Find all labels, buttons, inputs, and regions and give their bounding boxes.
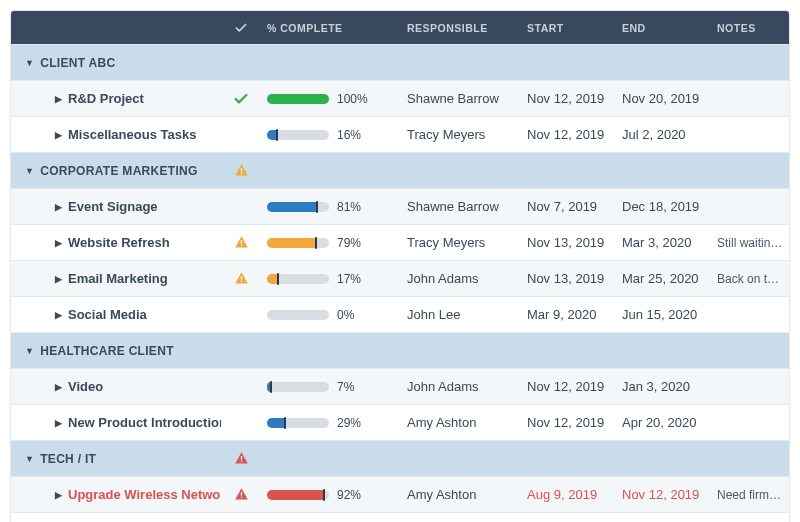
svg-rect-9 — [240, 497, 241, 498]
task-row[interactable]: ▶New Product Introduction29%Amy AshtonNo… — [11, 405, 789, 441]
task-progress: 0% — [261, 308, 401, 322]
task-notes: Still waiting on client — [711, 236, 789, 250]
task-label: New Product Introduction — [68, 415, 221, 430]
group-name: ▼CORPORATE MARKETING — [11, 164, 221, 178]
warning-icon — [234, 163, 249, 178]
group-row[interactable]: ▼CORPORATE MARKETING — [11, 153, 789, 189]
task-row[interactable]: ▶Miscellaneous Tasks16%Tracy MeyersNov 1… — [11, 117, 789, 153]
task-row[interactable]: ▶Social Media0%John LeeMar 9, 2020Jun 15… — [11, 297, 789, 333]
caret-down-icon: ▼ — [25, 346, 34, 356]
task-responsible: John Adams — [401, 379, 521, 394]
caret-right-icon: ▶ — [55, 418, 62, 428]
task-pct: 100% — [337, 92, 368, 106]
task-name: ▶R&D Project — [11, 91, 221, 106]
caret-down-icon: ▼ — [25, 166, 34, 176]
progress-bar — [267, 490, 329, 500]
caret-down-icon: ▼ — [25, 58, 34, 68]
progress-bar — [267, 418, 329, 428]
caret-right-icon: ▶ — [55, 490, 62, 500]
task-start: Nov 13, 2019 — [521, 235, 616, 250]
warning-icon — [234, 451, 249, 466]
task-label: Event Signage — [68, 199, 158, 214]
task-label: Upgrade Wireless Network — [68, 487, 221, 502]
task-progress: 29% — [261, 416, 401, 430]
task-end: Jul 2, 2020 — [616, 127, 711, 142]
group-row[interactable]: ▼TECH / IT — [11, 441, 789, 477]
task-row[interactable]: ▶Email Marketing17%John AdamsNov 13, 201… — [11, 261, 789, 297]
task-pct: 81% — [337, 200, 361, 214]
progress-bar — [267, 310, 329, 320]
task-pct: 0% — [337, 308, 354, 322]
task-row[interactable]: ▶Website Refresh79%Tracy MeyersNov 13, 2… — [11, 225, 789, 261]
caret-right-icon: ▶ — [55, 202, 62, 212]
svg-rect-8 — [240, 492, 241, 496]
task-responsible: Shawne Barrow — [401, 199, 521, 214]
progress-bar — [267, 94, 329, 104]
task-end: Apr 20, 2020 — [616, 415, 711, 430]
svg-rect-2 — [240, 240, 241, 244]
caret-right-icon: ▶ — [55, 382, 62, 392]
header-responsible: RESPONSIBLE — [401, 22, 521, 34]
header-notes: NOTES — [711, 22, 789, 34]
task-name: ▶Email Marketing — [11, 271, 221, 286]
svg-rect-4 — [240, 276, 241, 280]
task-start: Nov 12, 2019 — [521, 379, 616, 394]
task-progress: 16% — [261, 128, 401, 142]
task-notes: Back on track by Friday — [711, 272, 789, 286]
task-name: ▶Video — [11, 379, 221, 394]
table-header: % COMPLETE RESPONSIBLE START END NOTES — [11, 11, 789, 45]
progress-bar — [267, 274, 329, 284]
task-status — [221, 91, 261, 107]
task-progress: 81% — [261, 200, 401, 214]
task-pct: 7% — [337, 380, 354, 394]
task-pct: 29% — [337, 416, 361, 430]
task-progress: 92% — [261, 488, 401, 502]
task-progress: 100% — [261, 92, 401, 106]
check-icon — [234, 21, 248, 35]
warning-icon — [234, 487, 249, 502]
task-label: Social Media — [68, 307, 147, 322]
group-name: ▼TECH / IT — [11, 452, 221, 466]
group-name: ▼HEALTHCARE CLIENT — [11, 344, 221, 358]
task-end: Nov 20, 2019 — [616, 91, 711, 106]
progress-bar — [267, 238, 329, 248]
task-progress: 7% — [261, 380, 401, 394]
caret-right-icon: ▶ — [55, 94, 62, 104]
caret-right-icon: ▶ — [55, 238, 62, 248]
task-end: Dec 18, 2019 — [616, 199, 711, 214]
project-table: % COMPLETE RESPONSIBLE START END NOTES ▼… — [10, 10, 790, 522]
task-pct: 79% — [337, 236, 361, 250]
svg-rect-1 — [240, 173, 241, 174]
group-row[interactable]: ▼CLIENT ABC — [11, 45, 789, 81]
task-row[interactable]: ▶Event Signage81%Shawne BarrowNov 7, 201… — [11, 189, 789, 225]
task-row[interactable]: ▶R&D Project100%Shawne BarrowNov 12, 201… — [11, 81, 789, 117]
group-row[interactable]: ▼HEALTHCARE CLIENT — [11, 333, 789, 369]
caret-right-icon: ▶ — [55, 310, 62, 320]
task-name: ▶Website Refresh — [11, 235, 221, 250]
group-label: HEALTHCARE CLIENT — [40, 344, 174, 358]
task-row[interactable]: ▶System Migration75%Howard HollarJan 8, … — [11, 513, 789, 522]
progress-bar — [267, 130, 329, 140]
task-status — [221, 271, 261, 286]
task-end: Jan 3, 2020 — [616, 379, 711, 394]
task-name: ▶Upgrade Wireless Network — [11, 487, 221, 502]
task-name: ▶Social Media — [11, 307, 221, 322]
caret-down-icon: ▼ — [25, 454, 34, 464]
task-row[interactable]: ▶Video7%John AdamsNov 12, 2019Jan 3, 202… — [11, 369, 789, 405]
group-status — [221, 163, 261, 178]
warning-icon — [234, 235, 249, 250]
task-start: Nov 12, 2019 — [521, 91, 616, 106]
task-progress: 79% — [261, 236, 401, 250]
header-start: START — [521, 22, 616, 34]
task-responsible: John Lee — [401, 307, 521, 322]
task-label: R&D Project — [68, 91, 144, 106]
task-row[interactable]: ▶Upgrade Wireless Network92%Amy AshtonAu… — [11, 477, 789, 513]
task-status — [221, 487, 261, 502]
task-start: Nov 12, 2019 — [521, 415, 616, 430]
task-status — [221, 235, 261, 250]
task-responsible: Shawne Barrow — [401, 91, 521, 106]
group-name: ▼CLIENT ABC — [11, 56, 221, 70]
task-pct: 17% — [337, 272, 361, 286]
task-end: Mar 25, 2020 — [616, 271, 711, 286]
task-start: Nov 13, 2019 — [521, 271, 616, 286]
